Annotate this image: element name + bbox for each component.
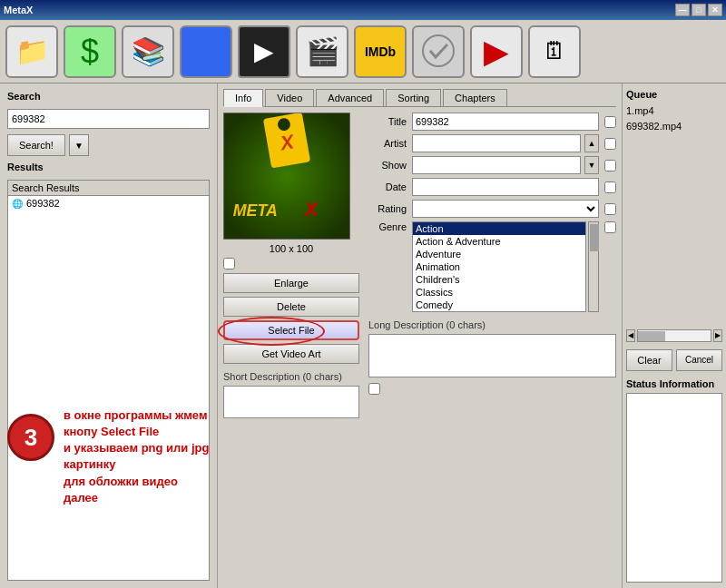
play-btn[interactable]: ▶ bbox=[238, 25, 290, 78]
center-panel: Info Video Advanced Sorting Chapters bbox=[218, 83, 622, 588]
search-btn[interactable]: Search! bbox=[7, 134, 65, 156]
play-icon: ▶ bbox=[254, 36, 274, 66]
queue-label: Queue bbox=[626, 89, 722, 100]
blue-btn[interactable] bbox=[180, 25, 232, 78]
genre-vscroll-thumb bbox=[590, 224, 599, 251]
check-icon bbox=[420, 33, 456, 71]
title-label: Title bbox=[368, 116, 407, 127]
long-desc-textarea[interactable] bbox=[368, 334, 616, 377]
grid-btn[interactable]: 🗓 bbox=[528, 25, 581, 78]
genre-vscroll[interactable] bbox=[588, 221, 599, 312]
hscroll-track[interactable] bbox=[637, 329, 711, 342]
left-panel: Search Search! ▼ Results Search Results … bbox=[0, 83, 218, 588]
genre-list[interactable]: Action Action & Adventure Adventure Anim… bbox=[412, 221, 586, 312]
long-desc-checkbox-row bbox=[368, 383, 616, 395]
cover-svg: X META X bbox=[224, 113, 349, 240]
show-down-btn[interactable]: ▼ bbox=[584, 156, 599, 174]
hscroll-thumb bbox=[638, 331, 665, 342]
select-file-container: Select File bbox=[223, 320, 359, 340]
cancel-btn[interactable]: Cancel bbox=[676, 349, 722, 371]
enlarge-btn[interactable]: Enlarge bbox=[223, 273, 359, 293]
minimize-btn[interactable]: — bbox=[675, 4, 690, 16]
cover-checkbox-row bbox=[223, 258, 359, 270]
status-box bbox=[626, 393, 722, 583]
show-checkbox[interactable] bbox=[604, 160, 616, 172]
tab-sorting[interactable]: Sorting bbox=[386, 89, 441, 106]
rating-checkbox[interactable] bbox=[604, 203, 616, 215]
search-input[interactable] bbox=[7, 109, 210, 129]
genre-item-childrens[interactable]: Children's bbox=[413, 273, 585, 286]
date-input[interactable] bbox=[412, 178, 599, 196]
rating-label: Rating bbox=[368, 203, 407, 214]
list-item[interactable]: 🌐 699382 bbox=[8, 196, 209, 211]
show-input[interactable] bbox=[412, 156, 581, 174]
long-desc-label: Long Description (0 chars) bbox=[368, 319, 616, 330]
instruction-line3: для обложки видео далее bbox=[64, 474, 213, 506]
artist-input[interactable] bbox=[412, 134, 581, 152]
film-btn[interactable]: 🎬 bbox=[296, 25, 348, 78]
grid-icon: 🗓 bbox=[543, 37, 566, 65]
cover-checkbox[interactable] bbox=[223, 258, 235, 270]
genre-item-animation[interactable]: Animation bbox=[413, 260, 585, 273]
genre-list-container: Action Action & Adventure Adventure Anim… bbox=[412, 221, 599, 312]
long-desc-checkbox[interactable] bbox=[368, 383, 380, 395]
genre-row: Genre Action Action & Adventure Adventur… bbox=[368, 221, 616, 312]
artist-checkbox[interactable] bbox=[604, 138, 616, 150]
genre-item-action[interactable]: Action bbox=[413, 222, 585, 235]
results-label: Results bbox=[7, 162, 210, 172]
results-box: Search Results 🌐 699382 bbox=[7, 180, 210, 581]
genre-item-action-adventure[interactable]: Action & Adventure bbox=[413, 235, 585, 248]
clear-btn[interactable]: Clear bbox=[626, 349, 672, 371]
hscroll-left-btn[interactable]: ◀ bbox=[626, 329, 635, 342]
genre-scrollbar bbox=[588, 221, 599, 312]
main-content: Search Search! ▼ Results Search Results … bbox=[0, 83, 726, 588]
rating-dropdown[interactable] bbox=[412, 200, 599, 218]
title-bar: MetaX — □ ✕ bbox=[0, 0, 726, 20]
genre-item-classics[interactable]: Classics bbox=[413, 286, 585, 299]
queue-spacer bbox=[626, 137, 722, 326]
info-content: X META X 100 x 100 Enlarge Delete Select… bbox=[223, 113, 616, 583]
rating-row: Rating bbox=[368, 200, 616, 218]
books-btn[interactable]: 📚 bbox=[122, 25, 174, 78]
title-checkbox[interactable] bbox=[604, 116, 616, 128]
search-dropdown-btn[interactable]: ▼ bbox=[69, 134, 89, 156]
genre-checkbox[interactable] bbox=[604, 221, 616, 233]
queue-file-2: 699382.mp4 bbox=[626, 119, 722, 134]
cover-section: X META X 100 x 100 Enlarge Delete Select… bbox=[223, 113, 359, 583]
close-btn[interactable]: ✕ bbox=[708, 4, 722, 16]
maximize-btn[interactable]: □ bbox=[692, 4, 706, 16]
window-controls: — □ ✕ bbox=[675, 4, 722, 16]
folder-btn[interactable]: 📁 bbox=[5, 25, 58, 78]
genre-item-comedy[interactable]: Comedy bbox=[413, 299, 585, 311]
folder-icon: 📁 bbox=[15, 35, 49, 67]
arrow-btn[interactable]: ▶ bbox=[470, 25, 523, 78]
svg-point-0 bbox=[423, 35, 454, 66]
queue-buttons: Clear Cancel bbox=[626, 349, 722, 371]
get-video-art-btn[interactable]: Get Video Art bbox=[223, 344, 359, 364]
hscroll-right-btn[interactable]: ▶ bbox=[713, 329, 722, 342]
title-input[interactable] bbox=[412, 113, 599, 131]
genre-item-adventure[interactable]: Adventure bbox=[413, 248, 585, 260]
tab-advanced[interactable]: Advanced bbox=[316, 89, 384, 106]
date-row: Date bbox=[368, 178, 616, 196]
dollar-btn[interactable]: $ bbox=[64, 25, 116, 78]
svg-text:X: X bbox=[304, 198, 319, 220]
artist-up-btn[interactable]: ▲ bbox=[584, 134, 599, 152]
tab-video[interactable]: Video bbox=[265, 89, 314, 106]
select-file-btn[interactable]: Select File bbox=[223, 320, 359, 340]
tab-chapters[interactable]: Chapters bbox=[443, 89, 507, 106]
imdb-label: IMDb bbox=[365, 44, 396, 59]
imdb-btn[interactable]: IMDb bbox=[354, 25, 407, 78]
instruction-text: в окне программы жмем кнопу Select File … bbox=[64, 407, 213, 506]
show-row: Show ▼ bbox=[368, 156, 616, 174]
date-checkbox[interactable] bbox=[604, 181, 616, 193]
short-desc-textarea[interactable] bbox=[223, 386, 359, 418]
tab-info[interactable]: Info bbox=[223, 89, 263, 107]
result-text: 699382 bbox=[26, 198, 60, 209]
delete-btn[interactable]: Delete bbox=[223, 297, 359, 317]
search-label: Search bbox=[7, 91, 210, 102]
globe-icon: 🌐 bbox=[12, 199, 23, 209]
app-title: MetaX bbox=[4, 5, 33, 15]
check-btn[interactable] bbox=[412, 25, 465, 78]
instruction-line2: и указываем png или jpg картинку bbox=[64, 440, 213, 473]
